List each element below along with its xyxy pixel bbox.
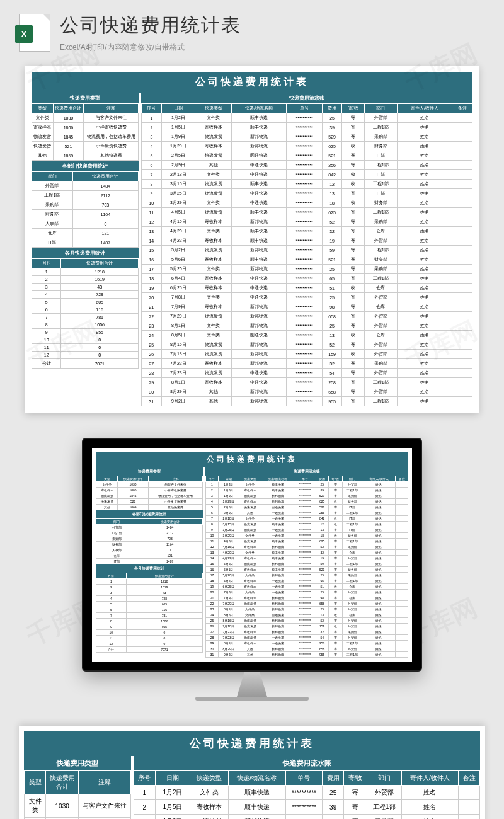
cell: **********	[287, 236, 322, 246]
table-row: 155月2日物流发货新邦物流**********59寄工程1部姓名	[142, 246, 472, 255]
cell: 姓名	[362, 629, 396, 635]
cell: 2112	[137, 530, 203, 536]
cell: **********	[294, 505, 316, 510]
table-row: 165月6日寄收样本顺丰快递**********521寄财务部姓名	[206, 567, 408, 573]
cell: 姓名	[397, 123, 452, 132]
cell: 物流发货	[96, 493, 118, 499]
col-header: 序号	[142, 104, 162, 113]
table-row: 11月2日文件类顺丰快递**********25寄外贸部姓名	[206, 482, 408, 488]
cell: 4	[206, 499, 219, 505]
cell	[396, 646, 408, 652]
table-row: 人事部0	[32, 219, 139, 229]
col-header: 快递费用合计	[61, 259, 139, 268]
cell	[452, 132, 472, 142]
cell: 2月5日	[161, 151, 195, 161]
page-subtitle: Excel/A4打印/内容随意修改/自带格式	[60, 42, 485, 53]
cell: 25	[316, 482, 328, 488]
table-row: 6116	[32, 306, 139, 314]
cell: 7月18日	[161, 350, 195, 359]
cell: 新邦物流	[261, 652, 294, 658]
cell: **********	[287, 208, 322, 217]
table-row: 9955	[96, 624, 203, 630]
cell: 159	[322, 350, 342, 359]
table-row: 21月5日寄收样本顺丰快递**********39寄工程1部姓名	[134, 800, 480, 815]
cell: 顺丰快递	[261, 539, 294, 544]
cell: **********	[287, 293, 322, 302]
section-header: 快递费用类型	[24, 756, 131, 770]
cell: 1月2日	[218, 482, 239, 488]
cell: 新邦物流	[261, 646, 294, 652]
cell: 物流发货	[239, 618, 261, 624]
cell: 寄	[342, 302, 364, 312]
cell: 54	[322, 369, 342, 378]
cell: 收	[342, 198, 364, 208]
cell: 65	[316, 578, 328, 584]
cell: 外贸部	[342, 607, 362, 612]
table-row: 人事部0	[96, 547, 203, 553]
cell: 仓库	[364, 302, 397, 312]
table-row: 343	[96, 590, 203, 596]
cell: 文件类	[239, 590, 261, 595]
cell: 寄	[328, 607, 342, 612]
cell: 寄收样本	[195, 142, 232, 151]
cell: 与客户文件来往	[78, 794, 130, 818]
cell: 98	[322, 302, 342, 312]
cell: 收	[342, 142, 364, 151]
table-row: 217月9日寄收样本新邦物流**********98寄仓库姓名	[142, 302, 472, 312]
cell: 12	[32, 352, 61, 359]
cell: 顺丰快递	[231, 255, 287, 265]
cell: **********	[285, 786, 323, 800]
page-title: 公司快递费用统计表	[60, 13, 485, 38]
table-row: 11218	[96, 579, 203, 585]
cell: 顺丰快递	[261, 567, 294, 573]
cell: **********	[294, 578, 316, 584]
table-row: 93月25日物流发货中通快递**********13寄IT部姓名	[206, 527, 408, 533]
cell: 寄	[328, 578, 342, 584]
cell: 文件类	[195, 293, 232, 302]
cell: 姓名	[362, 584, 396, 590]
cell: 521	[322, 255, 342, 265]
table-row: 144月22日寄收样本顺丰快递**********19寄外贸部姓名	[142, 236, 472, 246]
col-header: 快递类型	[190, 771, 228, 786]
cell: 姓名	[397, 274, 452, 284]
cell: 姓名	[397, 293, 452, 302]
cell: 外贸部	[96, 525, 137, 530]
cell: 258	[316, 641, 328, 646]
cell: 采购部	[342, 544, 362, 550]
cell: 寄收样本	[239, 567, 261, 573]
cell: IT部	[364, 151, 397, 161]
cell: 32	[322, 359, 342, 369]
cell: 物流费用，包括请车费用	[84, 132, 139, 142]
table-row: 52月5日快递发货圆通快递**********521寄IT部姓名	[206, 505, 408, 510]
table-row: IT部1487	[32, 238, 139, 248]
cell: 顺丰快递	[228, 800, 285, 815]
table-row: 81006	[96, 619, 203, 624]
cell: 955	[322, 397, 342, 406]
cell	[452, 227, 472, 236]
cell: 财务部	[342, 499, 362, 505]
section-header: 各月快递费用统计	[32, 248, 139, 258]
cell: 寄	[328, 539, 342, 544]
cell: 116	[126, 607, 202, 613]
table-row: 248月5日文件类圆通快递**********13收仓库姓名	[206, 612, 408, 618]
cell: 10	[96, 630, 127, 636]
cell: 7月8日	[218, 590, 239, 595]
cell: 59	[316, 561, 328, 567]
cell: 1月5日	[161, 123, 195, 132]
cell: 10	[206, 533, 219, 539]
cell: 18	[322, 198, 342, 208]
cell: 寄收样本	[239, 629, 261, 635]
col-header: 序号	[134, 771, 156, 786]
table-row: 31月9日物流发货新邦物流**********529寄采购部姓名	[134, 815, 480, 820]
cell: **********	[287, 387, 322, 397]
cell: 24	[206, 612, 219, 618]
cell: 外贸部	[367, 786, 401, 800]
cell: 姓名	[397, 227, 452, 236]
cell	[452, 142, 472, 151]
cell: 寄	[342, 340, 364, 350]
col-header: 快递费用合计	[46, 771, 79, 794]
col-header: 快递/物流名称	[228, 771, 285, 786]
col-header: 类型	[96, 476, 118, 482]
cell: 625	[322, 142, 342, 151]
cell: 姓名	[362, 573, 396, 578]
